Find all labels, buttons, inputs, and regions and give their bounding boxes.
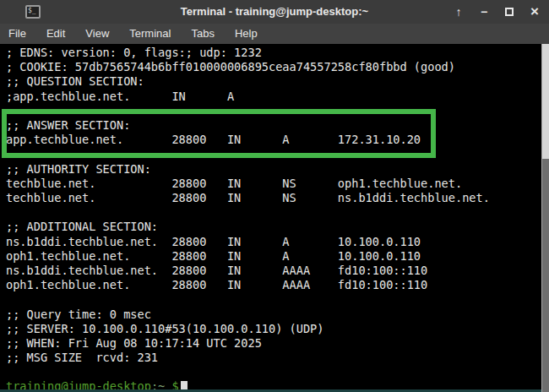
menu-file[interactable]: File [0,24,36,44]
minimize-icon: − [481,5,487,19]
menu-tabs[interactable]: Tabs [181,24,224,44]
arrow-up-icon: ↑ [456,5,462,19]
menu-help[interactable]: Help [225,24,268,44]
close-icon: × [530,3,539,20]
window-controls: ↑ − × [449,0,544,24]
maximize-icon [505,8,514,16]
menu-edit[interactable]: Edit [36,24,75,44]
menu-view[interactable]: View [75,24,119,44]
minimize-button[interactable]: − [475,3,493,21]
close-button[interactable]: × [525,3,544,21]
terminal-screen[interactable]: ; EDNS: version: 0, flags:; udp: 1232 ; … [0,44,541,392]
menu-terminal[interactable]: Terminal [119,24,181,44]
menubar: File Edit View Terminal Tabs Help [0,24,549,44]
titlebar[interactable]: $_ Terminal - training@jump-desktop:~ ↑ … [0,0,549,24]
shade-button[interactable]: ↑ [449,3,468,21]
terminal-window: $_ Terminal - training@jump-desktop:~ ↑ … [0,0,549,392]
dig-output: ; EDNS: version: 0, flags:; udp: 1232 ; … [6,46,490,365]
scrollbar-thumb[interactable] [542,44,549,159]
maximize-button[interactable] [500,3,519,21]
scrollbar-track[interactable] [541,44,549,392]
